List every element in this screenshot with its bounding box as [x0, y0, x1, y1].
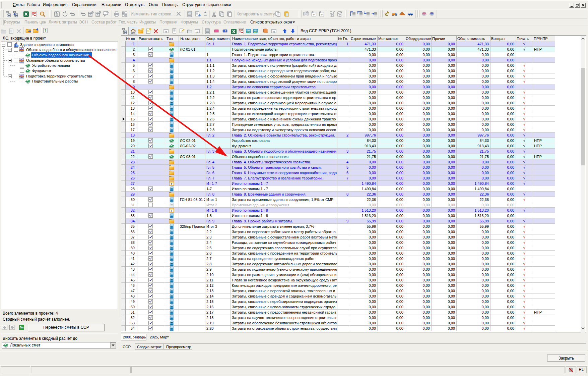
- svg-text:F: F: [225, 30, 226, 32]
- svg-text:P: P: [313, 13, 315, 16]
- svg-text:%: %: [273, 31, 275, 33]
- svg-text:ГГЭ: ГГЭ: [247, 31, 250, 33]
- svg-text:МГЭ: МГЭ: [254, 31, 258, 33]
- svg-text:%: %: [165, 31, 167, 33]
- svg-text:Σ: Σ: [196, 30, 198, 33]
- svg-text:ПР: ПР: [320, 13, 323, 16]
- svg-text:PDF: PDF: [239, 29, 244, 31]
- svg-text:Σ: Σ: [171, 182, 172, 186]
- svg-text:PDF: PDF: [32, 12, 37, 14]
- svg-text:Σ: Σ: [171, 209, 172, 213]
- svg-text:?: ?: [44, 29, 46, 33]
